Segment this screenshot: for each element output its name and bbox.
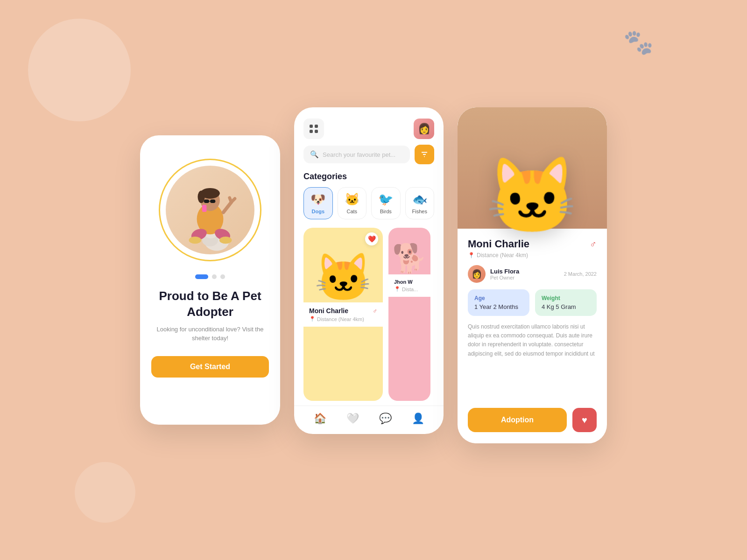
location-icon: 📍 — [309, 316, 316, 322]
bg-decoration-circle-small — [75, 462, 135, 523]
category-fishes[interactable]: 🐟 Fishes — [405, 187, 435, 219]
pet-image-jhon: 🐕 — [388, 228, 430, 274]
pet-gender-icon: ♂ — [373, 308, 377, 315]
pet-card-info-jhon: Jhon W 📍 Dista... — [388, 274, 430, 297]
phone-browse: 👩 🔍 Search your favourite pet... Categor… — [294, 107, 444, 434]
pet-detail-gender-icon: ♂ — [590, 239, 597, 250]
user-avatar-button[interactable]: 👩 — [414, 119, 434, 139]
bg-decoration-circle-large — [28, 19, 131, 121]
favorite-button[interactable]: ♥ — [572, 408, 597, 432]
pet-card-distance: 📍 Distance (Near 4km) — [309, 316, 377, 322]
pet-hero-area: 🐱 — [458, 107, 607, 229]
search-icon: 🔍 — [310, 150, 319, 159]
hero-avatar — [166, 166, 254, 254]
pet-card-info-moni: Moni Charlie ♂ 📍 Distance (Near 4km) — [303, 302, 383, 327]
categories-section: Categories 🐶 Dogs 🐱 Cats 🐦 Birds 🐟 Fishe… — [294, 164, 444, 223]
category-birds[interactable]: 🐦 Birds — [371, 187, 401, 219]
jhon-location-icon: 📍 — [394, 286, 401, 292]
phone-onboarding: Proud to Be A Pet Adopter Looking for un… — [140, 135, 280, 425]
phone-detail: 🐱 Moni Charlie ♂ 📍 Distance (Near 4km) 👩… — [458, 107, 607, 443]
phones-container: Proud to Be A Pet Adopter Looking for un… — [140, 117, 607, 443]
pet-name-row: Moni Charlie ♂ — [309, 307, 377, 315]
svg-point-23 — [189, 237, 202, 244]
pet-detail-distance: 📍 Distance (Near 4km) — [468, 252, 597, 259]
birds-emoji: 🐦 — [378, 192, 393, 207]
onboarding-title: Proud to Be A Pet Adopter — [151, 288, 269, 320]
weight-value: 4 Kg 5 Gram — [542, 303, 590, 310]
nav-home-icon[interactable]: 🏠 — [314, 413, 326, 425]
dot-3 — [220, 274, 225, 279]
onboarding-subtitle: Looking for unconditional love? Visit th… — [151, 325, 269, 343]
fishes-label: Fishes — [412, 209, 427, 214]
menu-button[interactable] — [303, 119, 324, 139]
svg-point-13 — [197, 191, 204, 203]
stats-row: Age 1 Year 2 Months Weight 4 Kg 5 Gram — [468, 289, 597, 316]
pet-heart-icon[interactable]: ❤️ — [365, 232, 378, 245]
adoption-button[interactable]: Adoption — [468, 408, 567, 432]
svg-line-20 — [231, 199, 235, 203]
owner-role: Pet Owner — [490, 275, 564, 280]
jhon-pet-emoji: 🐕 — [392, 245, 427, 273]
pet-description: Quis nostrud exercitation ullamco labori… — [468, 322, 597, 358]
cats-emoji: 🐱 — [345, 192, 359, 207]
search-placeholder-text: Search your favourite pet... — [323, 151, 395, 158]
bottom-nav: 🏠 🤍 💬 👤 — [294, 406, 444, 434]
owner-date: 2 March, 2022 — [564, 271, 597, 277]
pagination-dots — [195, 274, 225, 279]
dot-1 — [195, 274, 208, 279]
filter-button[interactable] — [415, 145, 434, 164]
svg-rect-17 — [202, 205, 206, 212]
jhon-pet-name: Jhon W — [394, 279, 413, 285]
pet-hero-cat-emoji: 🐱 — [486, 159, 579, 233]
hero-circle — [159, 159, 261, 261]
dogs-label: Dogs — [312, 209, 325, 214]
svg-point-24 — [219, 237, 232, 244]
weight-stat-card: Weight 4 Kg 5 Gram — [535, 289, 597, 316]
svg-line-18 — [223, 202, 231, 212]
categories-title: Categories — [303, 172, 434, 182]
birds-label: Birds — [380, 209, 392, 214]
get-started-button[interactable]: Get Started — [151, 356, 269, 378]
jhon-pet-distance: 📍 Dista... — [394, 286, 425, 292]
search-input-wrapper[interactable]: 🔍 Search your favourite pet... — [303, 146, 410, 163]
dogs-emoji: 🐶 — [310, 192, 325, 207]
pet-detail-name-row: Moni Charlie ♂ — [468, 238, 597, 250]
dot-2 — [212, 274, 217, 279]
owner-row: 👩 Luis Flora Pet Owner 2 March, 2022 — [468, 265, 597, 283]
age-stat-card: Age 1 Year 2 Months — [468, 289, 529, 316]
hero-illustration — [173, 170, 247, 254]
cat-emoji: 🐱 — [314, 254, 373, 301]
weight-label: Weight — [542, 295, 590, 301]
jhon-pet-name-row: Jhon W — [394, 279, 425, 285]
age-label: Age — [474, 295, 523, 301]
cats-label: Cats — [346, 209, 357, 214]
pets-scroll: ❤️ 🐱 Moni Charlie ♂ 📍 Distance (Near 4km… — [294, 223, 444, 406]
svg-rect-15 — [210, 200, 215, 203]
nav-heart-icon[interactable]: 🤍 — [346, 413, 359, 425]
owner-avatar: 👩 — [468, 265, 486, 283]
age-value: 1 Year 2 Months — [474, 303, 523, 310]
detail-location-icon: 📍 — [468, 252, 475, 259]
pet-detail-name: Moni Charlie — [468, 238, 529, 250]
categories-grid: 🐶 Dogs 🐱 Cats 🐦 Birds 🐟 Fishes — [303, 187, 434, 219]
fishes-emoji: 🐟 — [412, 192, 427, 207]
detail-bottom-actions: Adoption ♥ — [458, 400, 607, 443]
svg-rect-14 — [204, 200, 209, 203]
category-dogs[interactable]: 🐶 Dogs — [303, 187, 333, 219]
nav-chat-icon[interactable]: 💬 — [379, 413, 392, 425]
pet-card-jhon[interactable]: 🐕 Jhon W 📍 Dista... — [388, 228, 430, 401]
user-avatar-image: 👩 — [414, 119, 434, 139]
search-bar: 🔍 Search your favourite pet... — [303, 145, 434, 164]
owner-name: Luis Flora — [490, 268, 564, 275]
nav-profile-icon[interactable]: 👤 — [412, 413, 424, 425]
category-cats[interactable]: 🐱 Cats — [338, 187, 367, 219]
pet-card-name: Moni Charlie — [309, 307, 348, 315]
owner-info: Luis Flora Pet Owner — [490, 268, 564, 280]
browse-header: 👩 — [294, 107, 444, 145]
filter-icon — [420, 150, 429, 159]
bg-paw-icon: 🐾 — [623, 28, 654, 56]
grid-icon — [310, 125, 318, 133]
pet-detail-body: Moni Charlie ♂ 📍 Distance (Near 4km) 👩 L… — [458, 229, 607, 400]
pet-card-moni[interactable]: ❤️ 🐱 Moni Charlie ♂ 📍 Distance (Near 4km… — [303, 228, 383, 401]
